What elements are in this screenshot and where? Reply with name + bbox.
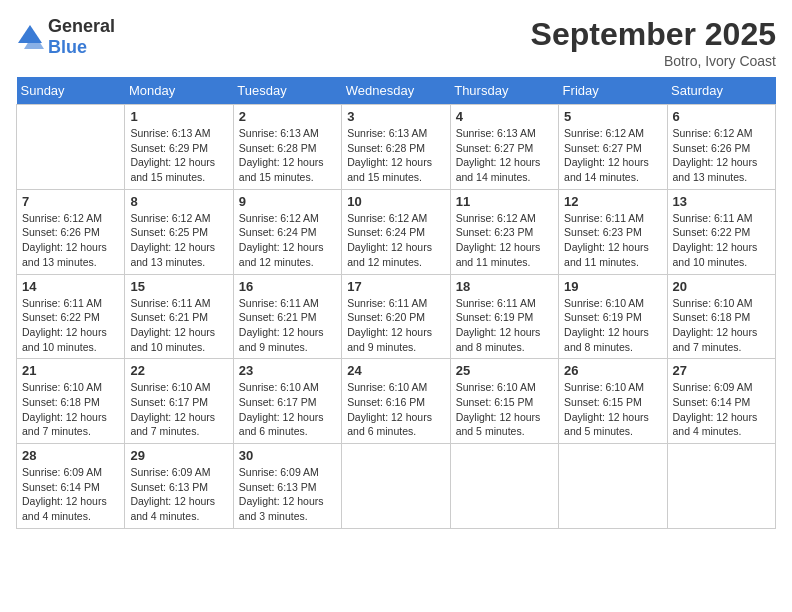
- page-header: General Blue September 2025 Botro, Ivory…: [16, 16, 776, 69]
- calendar-cell: 21Sunrise: 6:10 AM Sunset: 6:18 PM Dayli…: [17, 359, 125, 444]
- day-info: Sunrise: 6:11 AM Sunset: 6:23 PM Dayligh…: [564, 211, 661, 270]
- logo-blue: Blue: [48, 37, 87, 57]
- calendar-cell: 16Sunrise: 6:11 AM Sunset: 6:21 PM Dayli…: [233, 274, 341, 359]
- day-number: 24: [347, 363, 444, 378]
- day-number: 17: [347, 279, 444, 294]
- day-number: 3: [347, 109, 444, 124]
- calendar-cell: 18Sunrise: 6:11 AM Sunset: 6:19 PM Dayli…: [450, 274, 558, 359]
- day-info: Sunrise: 6:10 AM Sunset: 6:17 PM Dayligh…: [239, 380, 336, 439]
- day-info: Sunrise: 6:12 AM Sunset: 6:26 PM Dayligh…: [22, 211, 119, 270]
- calendar-cell: 30Sunrise: 6:09 AM Sunset: 6:13 PM Dayli…: [233, 444, 341, 529]
- day-info: Sunrise: 6:13 AM Sunset: 6:28 PM Dayligh…: [239, 126, 336, 185]
- day-number: 26: [564, 363, 661, 378]
- day-number: 30: [239, 448, 336, 463]
- weekday-header-row: SundayMondayTuesdayWednesdayThursdayFrid…: [17, 77, 776, 105]
- calendar-cell: [559, 444, 667, 529]
- day-number: 7: [22, 194, 119, 209]
- calendar-cell: 15Sunrise: 6:11 AM Sunset: 6:21 PM Dayli…: [125, 274, 233, 359]
- day-info: Sunrise: 6:11 AM Sunset: 6:22 PM Dayligh…: [673, 211, 770, 270]
- calendar-cell: 13Sunrise: 6:11 AM Sunset: 6:22 PM Dayli…: [667, 189, 775, 274]
- day-number: 21: [22, 363, 119, 378]
- calendar-cell: [342, 444, 450, 529]
- day-info: Sunrise: 6:12 AM Sunset: 6:24 PM Dayligh…: [347, 211, 444, 270]
- calendar-cell: 28Sunrise: 6:09 AM Sunset: 6:14 PM Dayli…: [17, 444, 125, 529]
- day-info: Sunrise: 6:10 AM Sunset: 6:16 PM Dayligh…: [347, 380, 444, 439]
- calendar-cell: 1Sunrise: 6:13 AM Sunset: 6:29 PM Daylig…: [125, 105, 233, 190]
- calendar-week-row: 21Sunrise: 6:10 AM Sunset: 6:18 PM Dayli…: [17, 359, 776, 444]
- day-number: 12: [564, 194, 661, 209]
- weekday-header-tuesday: Tuesday: [233, 77, 341, 105]
- calendar-cell: 23Sunrise: 6:10 AM Sunset: 6:17 PM Dayli…: [233, 359, 341, 444]
- day-info: Sunrise: 6:11 AM Sunset: 6:20 PM Dayligh…: [347, 296, 444, 355]
- day-info: Sunrise: 6:10 AM Sunset: 6:15 PM Dayligh…: [456, 380, 553, 439]
- day-number: 18: [456, 279, 553, 294]
- calendar-cell: 12Sunrise: 6:11 AM Sunset: 6:23 PM Dayli…: [559, 189, 667, 274]
- day-number: 5: [564, 109, 661, 124]
- day-number: 23: [239, 363, 336, 378]
- calendar-cell: 25Sunrise: 6:10 AM Sunset: 6:15 PM Dayli…: [450, 359, 558, 444]
- weekday-header-monday: Monday: [125, 77, 233, 105]
- weekday-header-wednesday: Wednesday: [342, 77, 450, 105]
- calendar-cell: 27Sunrise: 6:09 AM Sunset: 6:14 PM Dayli…: [667, 359, 775, 444]
- calendar-week-row: 28Sunrise: 6:09 AM Sunset: 6:14 PM Dayli…: [17, 444, 776, 529]
- day-number: 6: [673, 109, 770, 124]
- calendar-week-row: 7Sunrise: 6:12 AM Sunset: 6:26 PM Daylig…: [17, 189, 776, 274]
- day-info: Sunrise: 6:09 AM Sunset: 6:13 PM Dayligh…: [239, 465, 336, 524]
- day-info: Sunrise: 6:10 AM Sunset: 6:17 PM Dayligh…: [130, 380, 227, 439]
- day-info: Sunrise: 6:10 AM Sunset: 6:19 PM Dayligh…: [564, 296, 661, 355]
- day-info: Sunrise: 6:09 AM Sunset: 6:14 PM Dayligh…: [22, 465, 119, 524]
- calendar-cell: 10Sunrise: 6:12 AM Sunset: 6:24 PM Dayli…: [342, 189, 450, 274]
- weekday-header-friday: Friday: [559, 77, 667, 105]
- day-number: 9: [239, 194, 336, 209]
- day-number: 8: [130, 194, 227, 209]
- day-number: 15: [130, 279, 227, 294]
- day-info: Sunrise: 6:12 AM Sunset: 6:23 PM Dayligh…: [456, 211, 553, 270]
- logo-icon: [16, 23, 44, 51]
- logo-general: General: [48, 16, 115, 36]
- calendar-title: September 2025: [531, 16, 776, 53]
- day-number: 1: [130, 109, 227, 124]
- calendar-cell: [667, 444, 775, 529]
- calendar-cell: 8Sunrise: 6:12 AM Sunset: 6:25 PM Daylig…: [125, 189, 233, 274]
- day-number: 14: [22, 279, 119, 294]
- day-number: 2: [239, 109, 336, 124]
- day-info: Sunrise: 6:11 AM Sunset: 6:19 PM Dayligh…: [456, 296, 553, 355]
- calendar-cell: 26Sunrise: 6:10 AM Sunset: 6:15 PM Dayli…: [559, 359, 667, 444]
- day-number: 10: [347, 194, 444, 209]
- day-info: Sunrise: 6:13 AM Sunset: 6:27 PM Dayligh…: [456, 126, 553, 185]
- calendar-cell: 9Sunrise: 6:12 AM Sunset: 6:24 PM Daylig…: [233, 189, 341, 274]
- weekday-header-saturday: Saturday: [667, 77, 775, 105]
- day-info: Sunrise: 6:09 AM Sunset: 6:13 PM Dayligh…: [130, 465, 227, 524]
- day-info: Sunrise: 6:11 AM Sunset: 6:21 PM Dayligh…: [239, 296, 336, 355]
- calendar-cell: 11Sunrise: 6:12 AM Sunset: 6:23 PM Dayli…: [450, 189, 558, 274]
- calendar-cell: 19Sunrise: 6:10 AM Sunset: 6:19 PM Dayli…: [559, 274, 667, 359]
- day-number: 19: [564, 279, 661, 294]
- day-info: Sunrise: 6:11 AM Sunset: 6:21 PM Dayligh…: [130, 296, 227, 355]
- calendar-week-row: 14Sunrise: 6:11 AM Sunset: 6:22 PM Dayli…: [17, 274, 776, 359]
- calendar-cell: [450, 444, 558, 529]
- calendar-cell: 29Sunrise: 6:09 AM Sunset: 6:13 PM Dayli…: [125, 444, 233, 529]
- day-info: Sunrise: 6:10 AM Sunset: 6:15 PM Dayligh…: [564, 380, 661, 439]
- day-number: 25: [456, 363, 553, 378]
- calendar-week-row: 1Sunrise: 6:13 AM Sunset: 6:29 PM Daylig…: [17, 105, 776, 190]
- calendar-cell: 14Sunrise: 6:11 AM Sunset: 6:22 PM Dayli…: [17, 274, 125, 359]
- day-number: 27: [673, 363, 770, 378]
- day-number: 11: [456, 194, 553, 209]
- calendar-location: Botro, Ivory Coast: [531, 53, 776, 69]
- calendar-cell: 6Sunrise: 6:12 AM Sunset: 6:26 PM Daylig…: [667, 105, 775, 190]
- day-number: 22: [130, 363, 227, 378]
- weekday-header-sunday: Sunday: [17, 77, 125, 105]
- calendar-cell: [17, 105, 125, 190]
- calendar-cell: 5Sunrise: 6:12 AM Sunset: 6:27 PM Daylig…: [559, 105, 667, 190]
- calendar-cell: 4Sunrise: 6:13 AM Sunset: 6:27 PM Daylig…: [450, 105, 558, 190]
- calendar-cell: 2Sunrise: 6:13 AM Sunset: 6:28 PM Daylig…: [233, 105, 341, 190]
- day-info: Sunrise: 6:12 AM Sunset: 6:25 PM Dayligh…: [130, 211, 227, 270]
- title-block: September 2025 Botro, Ivory Coast: [531, 16, 776, 69]
- day-info: Sunrise: 6:12 AM Sunset: 6:27 PM Dayligh…: [564, 126, 661, 185]
- day-number: 13: [673, 194, 770, 209]
- day-info: Sunrise: 6:10 AM Sunset: 6:18 PM Dayligh…: [673, 296, 770, 355]
- calendar-cell: 24Sunrise: 6:10 AM Sunset: 6:16 PM Dayli…: [342, 359, 450, 444]
- day-info: Sunrise: 6:13 AM Sunset: 6:29 PM Dayligh…: [130, 126, 227, 185]
- day-number: 4: [456, 109, 553, 124]
- day-info: Sunrise: 6:10 AM Sunset: 6:18 PM Dayligh…: [22, 380, 119, 439]
